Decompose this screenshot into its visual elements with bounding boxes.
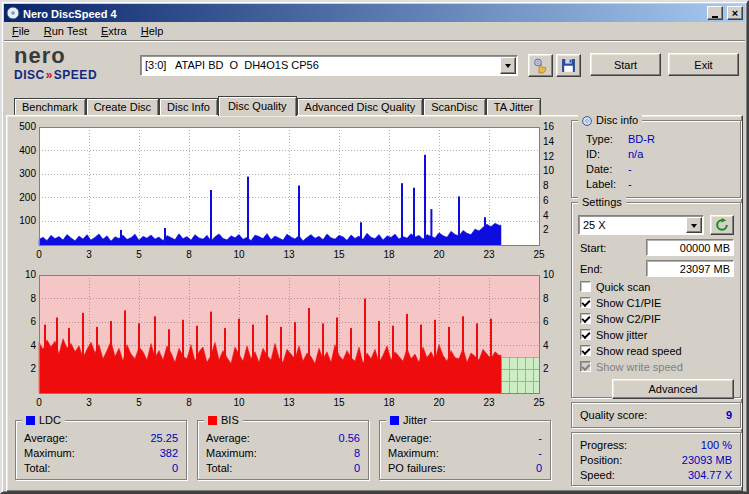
checkbox-show-write-speed: Show write speed bbox=[580, 360, 734, 373]
scan-speed-select[interactable]: 25 X bbox=[578, 215, 704, 235]
menu-file[interactable]: File bbox=[5, 23, 37, 40]
checkbox-icon bbox=[580, 345, 591, 356]
svg-text:8: 8 bbox=[543, 293, 549, 304]
tab-disc-info[interactable]: Disc Info bbox=[159, 98, 218, 115]
advanced-button[interactable]: Advanced bbox=[612, 379, 734, 399]
minimize-button[interactable] bbox=[707, 6, 723, 20]
stat-row: Average:- bbox=[380, 431, 550, 446]
tab-benchmark[interactable]: Benchmark bbox=[14, 98, 86, 115]
svg-text:5: 5 bbox=[136, 397, 142, 408]
toolbar: nero DISC»SPEED [3:0] ATAPI BD O DH4O1S … bbox=[4, 41, 745, 93]
bis-color-swatch bbox=[208, 416, 217, 425]
quality-score-label: Quality score: bbox=[580, 408, 647, 418]
stats-row: LDC Average:25.25 Maximum:382 Total:0 BI… bbox=[15, 420, 565, 480]
save-icon bbox=[561, 58, 576, 73]
stat-row: Average:25.25 bbox=[16, 431, 186, 446]
tab-create-disc[interactable]: Create Disc bbox=[86, 98, 159, 115]
disc-icon bbox=[582, 116, 592, 126]
speed-row: 25 X bbox=[578, 215, 734, 235]
ldc-stats-title: LDC bbox=[39, 414, 61, 427]
checkbox-show-c2-pif[interactable]: Show C2/PIF bbox=[580, 312, 734, 325]
disc-info-box: Disc info Type:BD-R ID:n/a Date:- Label:… bbox=[571, 120, 741, 198]
svg-text:25: 25 bbox=[533, 249, 545, 260]
start-field[interactable]: 00000 MB bbox=[646, 239, 734, 256]
svg-text:13: 13 bbox=[283, 397, 295, 408]
tabbar: Benchmark Create Disc Disc Info Disc Qua… bbox=[6, 93, 743, 115]
svg-text:25: 25 bbox=[533, 397, 545, 408]
tab-advanced-disc-quality[interactable]: Advanced Disc Quality bbox=[297, 98, 424, 115]
svg-text:16: 16 bbox=[543, 121, 555, 132]
stat-row: Maximum:8 bbox=[198, 446, 368, 461]
app-window: Nero DiscSpeed 4 × File Run Test Extra H… bbox=[0, 0, 749, 494]
close-button[interactable]: × bbox=[727, 6, 743, 20]
ldc-error-chart: 1002003004005002468101214160358101315182… bbox=[13, 120, 565, 265]
svg-text:8: 8 bbox=[186, 397, 192, 408]
disc-info-row: ID:n/a bbox=[572, 147, 740, 162]
start-button[interactable]: Start bbox=[590, 53, 661, 76]
svg-text:23: 23 bbox=[483, 397, 495, 408]
checkbox-quick-scan[interactable]: Quick scan bbox=[580, 280, 734, 293]
svg-text:0: 0 bbox=[36, 249, 42, 260]
drive-select-value: [3:0] ATAPI BD O DH4O1S CP56 bbox=[141, 56, 499, 75]
tab-content-panel: 1002003004005002468101214160358101315182… bbox=[6, 115, 743, 492]
save-button[interactable] bbox=[556, 54, 581, 77]
checkbox-icon bbox=[580, 281, 591, 292]
svg-text:300: 300 bbox=[19, 168, 36, 179]
logo-nero-text: nero bbox=[14, 45, 97, 67]
svg-text:10: 10 bbox=[25, 269, 37, 280]
tab-ta-jitter[interactable]: TA Jitter bbox=[486, 98, 542, 115]
svg-text:4: 4 bbox=[543, 210, 549, 221]
window-title: Nero DiscSpeed 4 bbox=[23, 7, 704, 20]
quality-score-box: Quality score:9 bbox=[571, 402, 741, 428]
jitter-stats-title: Jitter bbox=[403, 414, 427, 427]
bis-stats-title: BIS bbox=[221, 414, 239, 427]
checkbox-show-read-speed[interactable]: Show read speed bbox=[580, 344, 734, 357]
right-panel: Disc info Type:BD-R ID:n/a Date:- Label:… bbox=[571, 120, 741, 490]
refresh-icon bbox=[715, 218, 729, 232]
svg-text:10: 10 bbox=[543, 269, 555, 280]
svg-text:3: 3 bbox=[86, 249, 92, 260]
svg-text:18: 18 bbox=[383, 249, 395, 260]
drive-select[interactable]: [3:0] ATAPI BD O DH4O1S CP56 bbox=[140, 55, 518, 76]
start-row: Start: 00000 MB bbox=[580, 239, 734, 256]
svg-text:6: 6 bbox=[543, 195, 549, 206]
svg-text:6: 6 bbox=[543, 316, 549, 327]
jitter-stats-box: Jitter Average:- Maximum:- PO failures:0 bbox=[379, 420, 551, 480]
svg-text:8: 8 bbox=[543, 180, 549, 191]
disc-info-title: Disc info bbox=[596, 114, 638, 127]
stat-row: Total:0 bbox=[198, 461, 368, 476]
svg-text:8: 8 bbox=[186, 249, 192, 260]
logo-arrow-icon: » bbox=[45, 68, 54, 82]
svg-text:12: 12 bbox=[543, 151, 555, 162]
scan-speed-value: 25 X bbox=[579, 216, 685, 234]
chevron-down-icon[interactable] bbox=[686, 217, 702, 233]
svg-text:10: 10 bbox=[543, 165, 555, 176]
checkbox-icon bbox=[580, 297, 591, 308]
stat-row: PO failures:0 bbox=[380, 461, 550, 476]
nero-discspeed-logo: nero DISC»SPEED bbox=[14, 45, 97, 81]
menu-extra[interactable]: Extra bbox=[94, 23, 134, 40]
exit-button[interactable]: Exit bbox=[668, 53, 739, 76]
svg-text:13: 13 bbox=[283, 249, 295, 260]
svg-text:200: 200 bbox=[19, 192, 36, 203]
titlebar: Nero DiscSpeed 4 × bbox=[4, 4, 745, 22]
svg-text:2: 2 bbox=[30, 363, 36, 374]
progress-box: Progress:100 % Position:23093 MB Speed:3… bbox=[571, 432, 741, 486]
tab-scandisc[interactable]: ScanDisc bbox=[423, 98, 485, 115]
eject-disc-button[interactable] bbox=[528, 54, 553, 77]
bis-stats-box: BIS Average:0.56 Maximum:8 Total:0 bbox=[197, 420, 369, 480]
checkbox-show-c1-pie[interactable]: Show C1/PIE bbox=[580, 296, 734, 309]
minimize-icon bbox=[712, 16, 718, 18]
menu-help[interactable]: Help bbox=[134, 23, 171, 40]
checkbox-show-jitter[interactable]: Show jitter bbox=[580, 328, 734, 341]
svg-text:10: 10 bbox=[233, 249, 245, 260]
stat-row: Maximum:- bbox=[380, 446, 550, 461]
checkbox-icon bbox=[580, 329, 591, 340]
end-field[interactable]: 23097 MB bbox=[646, 260, 734, 277]
chevron-down-icon[interactable] bbox=[500, 57, 516, 74]
quality-score-value: 9 bbox=[726, 408, 732, 418]
tab-disc-quality[interactable]: Disc Quality bbox=[218, 96, 297, 116]
refresh-button[interactable] bbox=[710, 215, 734, 235]
svg-text:23: 23 bbox=[483, 249, 495, 260]
menu-run-test[interactable]: Run Test bbox=[37, 23, 94, 40]
